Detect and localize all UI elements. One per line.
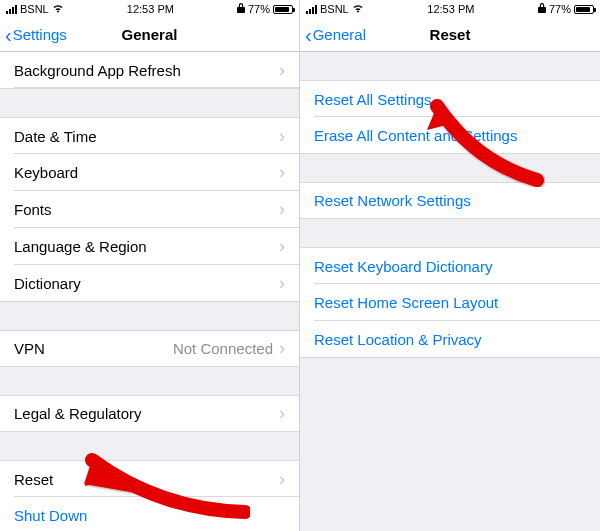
- row-vpn[interactable]: VPN Not Connected ›: [0, 330, 299, 367]
- row-fonts[interactable]: Fonts ›: [0, 191, 299, 228]
- chevron-left-icon: ‹: [305, 25, 312, 45]
- battery-icon: [574, 5, 594, 14]
- chevron-left-icon: ‹: [5, 25, 12, 45]
- row-reset-network-settings[interactable]: Reset Network Settings: [300, 182, 600, 219]
- phone-reset: BSNL 12:53 PM 77% ‹ General Reset Reset …: [300, 0, 600, 531]
- chevron-right-icon: ›: [279, 273, 285, 294]
- row-shut-down[interactable]: Shut Down: [0, 497, 299, 531]
- clock: 12:53 PM: [127, 3, 174, 15]
- phone-general: BSNL 12:53 PM 77% ‹ Settings General Bac…: [0, 0, 300, 531]
- battery-pct: 77%: [549, 3, 571, 15]
- row-reset[interactable]: Reset ›: [0, 460, 299, 497]
- settings-list: Background App Refresh › Date & Time › K…: [0, 52, 299, 531]
- back-button[interactable]: ‹ Settings: [0, 25, 67, 45]
- row-background-app-refresh[interactable]: Background App Refresh ›: [0, 52, 299, 89]
- lock-icon: [237, 3, 245, 15]
- chevron-right-icon: ›: [279, 162, 285, 183]
- row-legal-regulatory[interactable]: Legal & Regulatory ›: [0, 395, 299, 432]
- status-bar: BSNL 12:53 PM 77%: [300, 0, 600, 18]
- row-reset-location-privacy[interactable]: Reset Location & Privacy: [300, 321, 600, 358]
- row-reset-keyboard-dictionary[interactable]: Reset Keyboard Dictionary: [300, 247, 600, 284]
- nav-bar: ‹ General Reset: [300, 18, 600, 52]
- lock-icon: [538, 3, 546, 15]
- wifi-icon: [52, 3, 64, 15]
- clock: 12:53 PM: [427, 3, 474, 15]
- back-label: Settings: [13, 26, 67, 43]
- status-bar: BSNL 12:53 PM 77%: [0, 0, 299, 18]
- battery-icon: [273, 5, 293, 14]
- chevron-right-icon: ›: [279, 236, 285, 257]
- carrier-label: BSNL: [320, 3, 349, 15]
- battery-pct: 77%: [248, 3, 270, 15]
- row-language-region[interactable]: Language & Region ›: [0, 228, 299, 265]
- chevron-right-icon: ›: [279, 338, 285, 359]
- chevron-right-icon: ›: [279, 60, 285, 81]
- nav-bar: ‹ Settings General: [0, 18, 299, 52]
- vpn-status: Not Connected: [173, 340, 273, 357]
- carrier-label: BSNL: [20, 3, 49, 15]
- row-keyboard[interactable]: Keyboard ›: [0, 154, 299, 191]
- row-reset-home-screen[interactable]: Reset Home Screen Layout: [300, 284, 600, 321]
- chevron-right-icon: ›: [279, 126, 285, 147]
- row-dictionary[interactable]: Dictionary ›: [0, 265, 299, 302]
- back-label: General: [313, 26, 366, 43]
- back-button[interactable]: ‹ General: [300, 25, 366, 45]
- reset-list: Reset All Settings Erase All Content and…: [300, 52, 600, 531]
- row-date-time[interactable]: Date & Time ›: [0, 117, 299, 154]
- row-erase-all-content[interactable]: Erase All Content and Settings: [300, 117, 600, 154]
- signal-icon: [306, 5, 317, 14]
- signal-icon: [6, 5, 17, 14]
- wifi-icon: [352, 3, 364, 15]
- chevron-right-icon: ›: [279, 403, 285, 424]
- row-reset-all-settings[interactable]: Reset All Settings: [300, 80, 600, 117]
- chevron-right-icon: ›: [279, 199, 285, 220]
- chevron-right-icon: ›: [279, 469, 285, 490]
